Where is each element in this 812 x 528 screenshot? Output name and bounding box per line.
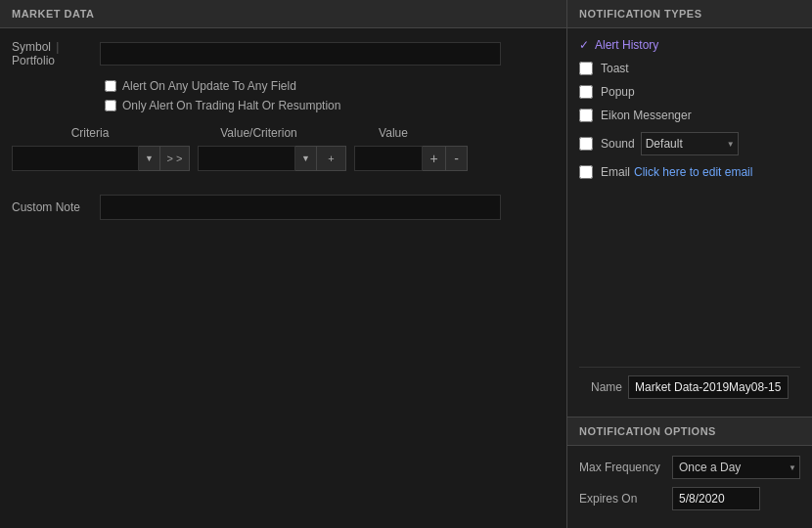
custom-note-input[interactable] [100,195,501,220]
vc-op-label: + [328,153,334,164]
left-panel: MARKET DATA Symbol | Portfolio Alert On … [0,0,567,528]
right-panel: NOTIFICATION TYPES ✓ Alert History Toast… [567,0,812,528]
criteria-col-header: Criteria [12,126,168,140]
minus-icon: - [454,151,459,166]
vc-input[interactable] [198,146,295,171]
portfolio-text: Portfolio [12,54,55,67]
sound-label: Sound [601,137,635,151]
notif-item-popup: Popup [579,85,800,99]
frequency-dropdown[interactable]: Once a Day Every Alert Once an Hour [672,456,800,479]
sound-dropdown-wrap: Default None Beep Chime [635,132,739,155]
notif-label-toast: Toast [601,62,629,75]
expires-on-input[interactable] [672,487,760,510]
symbol-text: Symbol [12,40,51,54]
alert-any-update-row: Alert On Any Update To Any Field [105,79,555,93]
popup-checkbox[interactable] [579,85,593,99]
separator: | [56,40,59,54]
notification-types-content: ✓ Alert History Toast Popup Eikon Messen… [567,28,812,417]
max-frequency-row: Max Frequency Once a Day Every Alert Onc… [579,456,800,479]
vc-dropdown-btn[interactable]: ▼ [295,146,317,171]
notif-item-email: Email Click here to edit email [579,165,800,179]
symbol-label: Symbol | Portfolio [12,40,100,67]
criteria-section: Criteria Value/Criterion Value ▼ > > [12,126,555,171]
market-data-content: Symbol | Portfolio Alert On Any Update T… [0,28,566,528]
expires-on-row: Expires On [579,487,800,510]
notif-item-toast: Toast [579,62,800,75]
criteria-input[interactable] [12,146,139,171]
alert-history-checkmark: ✓ [579,38,589,52]
op-label: > > [167,153,183,164]
op-button[interactable]: > > [160,146,190,171]
notif-item-eikon-messenger: Eikon Messenger [579,109,800,122]
max-frequency-label: Max Frequency [579,461,672,474]
market-data-header: MARKET DATA [0,0,566,28]
value-col-header: Value [339,126,437,140]
custom-note-row: Custom Note [12,195,555,220]
eikon-messenger-checkbox[interactable] [579,109,593,122]
notification-types-header: NOTIFICATION TYPES [567,0,812,28]
plus-button[interactable]: + [423,146,446,171]
alert-trading-halt-checkbox[interactable] [105,100,116,111]
criteria-dropdown-arrow: ▼ [145,154,154,163]
notif-item-alert-history: ✓ Alert History [579,38,800,52]
email-checkbox[interactable] [579,165,593,179]
sound-checkbox[interactable] [579,137,593,151]
plus-icon: + [429,151,437,166]
name-label: Name [591,380,622,394]
email-label: Email [601,165,630,179]
symbol-portfolio-row: Symbol | Portfolio [12,40,555,67]
notif-label-popup: Popup [601,85,635,99]
notification-options-header: NOTIFICATION OPTIONS [567,417,812,446]
notif-label-alert-history: Alert History [595,38,658,52]
toast-checkbox[interactable] [579,62,593,75]
notification-options-content: Max Frequency Once a Day Every Alert Onc… [567,446,812,528]
frequency-dropdown-wrap: Once a Day Every Alert Once an Hour [672,456,800,479]
name-row: Name [579,367,800,407]
vc-arrow: ▼ [301,154,310,163]
value-input[interactable] [354,146,423,171]
sound-row: Sound Default None Beep Chime [579,132,800,155]
criteria-dropdown-btn[interactable]: ▼ [139,146,160,171]
minus-button[interactable]: - [446,146,468,171]
notif-label-eikon-messenger: Eikon Messenger [601,109,692,122]
expires-on-label: Expires On [579,492,672,506]
name-input[interactable] [628,375,789,399]
alert-any-update-checkbox[interactable] [105,80,116,92]
value-criterion-col-header: Value/Criterion [168,126,339,140]
vc-op-btn[interactable]: + [317,146,346,171]
symbol-portfolio-input[interactable] [100,42,501,66]
alert-trading-halt-label: Only Alert On Trading Halt Or Resumption [122,99,340,112]
custom-note-label: Custom Note [12,200,100,214]
criteria-headers: Criteria Value/Criterion Value [12,126,555,140]
alert-any-update-label: Alert On Any Update To Any Field [122,79,296,93]
sound-dropdown[interactable]: Default None Beep Chime [641,132,739,155]
email-edit-link[interactable]: Click here to edit email [634,165,752,179]
criteria-inputs-row: ▼ > > ▼ + + [12,146,555,171]
alert-trading-halt-row: Only Alert On Trading Halt Or Resumption [105,99,555,112]
